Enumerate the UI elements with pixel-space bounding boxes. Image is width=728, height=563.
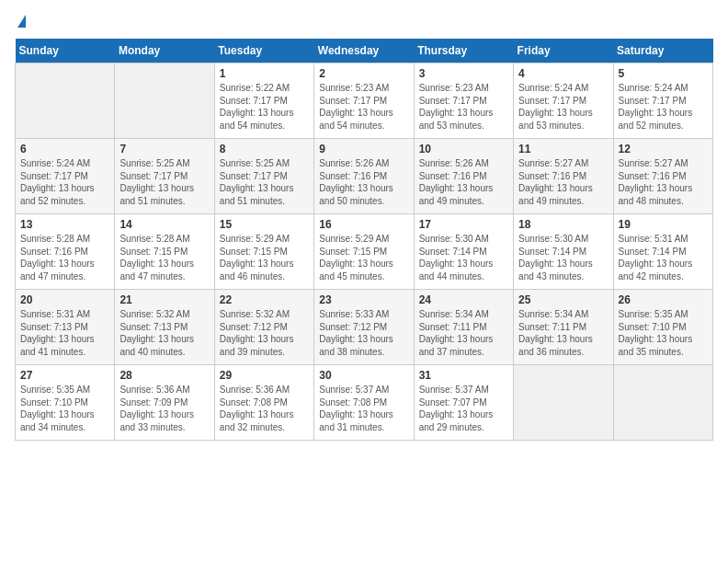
day-number: 9 [319,143,408,155]
day-number: 14 [119,218,209,231]
day-detail: Sunrise: 5:34 AM Sunset: 7:11 PM Dayligh… [518,308,608,358]
day-cell [115,63,214,139]
day-number: 13 [20,218,109,231]
day-detail: Sunrise: 5:29 AM Sunset: 7:15 PM Dayligh… [319,233,408,282]
day-number: 4 [518,67,608,80]
logo [15,15,26,29]
day-cell: 4Sunrise: 5:24 AM Sunset: 7:17 PM Daylig… [514,63,613,139]
day-cell: 1Sunrise: 5:22 AM Sunset: 7:17 PM Daylig… [214,63,313,139]
day-number: 5 [619,67,708,80]
day-number: 25 [518,293,608,306]
day-number: 30 [319,369,408,382]
day-detail: Sunrise: 5:33 AM Sunset: 7:12 PM Dayligh… [319,308,408,358]
day-number: 28 [119,369,209,382]
day-cell [514,365,613,441]
column-header-wednesday: Wednesday [314,39,414,63]
day-number: 6 [20,143,109,155]
day-number: 8 [220,143,309,155]
day-cell: 6Sunrise: 5:24 AM Sunset: 7:17 PM Daylig… [16,139,115,214]
day-detail: Sunrise: 5:32 AM Sunset: 7:13 PM Dayligh… [119,308,209,358]
day-cell: 5Sunrise: 5:24 AM Sunset: 7:17 PM Daylig… [613,63,712,139]
column-header-thursday: Thursday [414,39,513,63]
day-number: 21 [119,293,209,306]
day-number: 29 [220,369,309,382]
day-number: 24 [419,293,508,306]
day-detail: Sunrise: 5:36 AM Sunset: 7:09 PM Dayligh… [119,384,209,433]
day-cell: 29Sunrise: 5:36 AM Sunset: 7:08 PM Dayli… [214,365,313,441]
day-detail: Sunrise: 5:34 AM Sunset: 7:11 PM Dayligh… [419,308,508,358]
day-cell: 30Sunrise: 5:37 AM Sunset: 7:08 PM Dayli… [314,365,414,441]
day-detail: Sunrise: 5:35 AM Sunset: 7:10 PM Dayligh… [20,384,109,433]
day-cell: 17Sunrise: 5:30 AM Sunset: 7:14 PM Dayli… [414,214,513,290]
day-detail: Sunrise: 5:29 AM Sunset: 7:15 PM Dayligh… [220,233,309,282]
day-detail: Sunrise: 5:24 AM Sunset: 7:17 PM Dayligh… [619,82,708,132]
logo-triangle-icon [17,15,26,28]
day-detail: Sunrise: 5:27 AM Sunset: 7:16 PM Dayligh… [518,157,608,207]
day-number: 31 [419,369,508,382]
day-number: 16 [319,218,408,231]
day-cell: 16Sunrise: 5:29 AM Sunset: 7:15 PM Dayli… [314,214,414,290]
day-cell: 21Sunrise: 5:32 AM Sunset: 7:13 PM Dayli… [115,290,214,365]
day-cell: 7Sunrise: 5:25 AM Sunset: 7:17 PM Daylig… [115,139,214,214]
calendar-table: SundayMondayTuesdayWednesdayThursdayFrid… [15,39,713,441]
day-detail: Sunrise: 5:30 AM Sunset: 7:14 PM Dayligh… [518,233,608,282]
day-cell [16,63,115,139]
column-header-friday: Friday [514,39,613,63]
day-detail: Sunrise: 5:22 AM Sunset: 7:17 PM Dayligh… [220,82,309,132]
week-row-2: 6Sunrise: 5:24 AM Sunset: 7:17 PM Daylig… [16,139,713,214]
day-cell: 3Sunrise: 5:23 AM Sunset: 7:17 PM Daylig… [414,63,513,139]
day-cell: 26Sunrise: 5:35 AM Sunset: 7:10 PM Dayli… [613,290,712,365]
day-detail: Sunrise: 5:32 AM Sunset: 7:12 PM Dayligh… [220,308,309,358]
day-detail: Sunrise: 5:25 AM Sunset: 7:17 PM Dayligh… [119,157,209,207]
header-row: SundayMondayTuesdayWednesdayThursdayFrid… [16,39,713,63]
day-cell: 20Sunrise: 5:31 AM Sunset: 7:13 PM Dayli… [16,290,115,365]
day-cell: 2Sunrise: 5:23 AM Sunset: 7:17 PM Daylig… [314,63,414,139]
day-cell: 9Sunrise: 5:26 AM Sunset: 7:16 PM Daylig… [314,139,414,214]
day-cell [613,365,712,441]
day-detail: Sunrise: 5:23 AM Sunset: 7:17 PM Dayligh… [419,82,508,132]
week-row-4: 20Sunrise: 5:31 AM Sunset: 7:13 PM Dayli… [16,290,713,365]
day-detail: Sunrise: 5:30 AM Sunset: 7:14 PM Dayligh… [419,233,508,282]
day-cell: 14Sunrise: 5:28 AM Sunset: 7:15 PM Dayli… [115,214,214,290]
day-number: 18 [518,218,608,231]
day-detail: Sunrise: 5:24 AM Sunset: 7:17 PM Dayligh… [518,82,608,132]
day-number: 22 [220,293,309,306]
day-number: 23 [319,293,408,306]
day-number: 12 [619,143,708,155]
day-detail: Sunrise: 5:25 AM Sunset: 7:17 PM Dayligh… [220,157,309,207]
day-cell: 22Sunrise: 5:32 AM Sunset: 7:12 PM Dayli… [214,290,313,365]
column-header-saturday: Saturday [613,39,712,63]
day-cell: 19Sunrise: 5:31 AM Sunset: 7:14 PM Dayli… [613,214,712,290]
day-cell: 10Sunrise: 5:26 AM Sunset: 7:16 PM Dayli… [414,139,513,214]
day-cell: 25Sunrise: 5:34 AM Sunset: 7:11 PM Dayli… [514,290,613,365]
day-number: 2 [319,67,408,80]
day-cell: 24Sunrise: 5:34 AM Sunset: 7:11 PM Dayli… [414,290,513,365]
day-detail: Sunrise: 5:28 AM Sunset: 7:15 PM Dayligh… [119,233,209,282]
day-cell: 15Sunrise: 5:29 AM Sunset: 7:15 PM Dayli… [214,214,313,290]
column-header-sunday: Sunday [16,39,115,63]
day-cell: 18Sunrise: 5:30 AM Sunset: 7:14 PM Dayli… [514,214,613,290]
day-detail: Sunrise: 5:26 AM Sunset: 7:16 PM Dayligh… [319,157,408,207]
day-detail: Sunrise: 5:31 AM Sunset: 7:14 PM Dayligh… [619,233,708,282]
day-cell: 31Sunrise: 5:37 AM Sunset: 7:07 PM Dayli… [414,365,513,441]
day-number: 7 [119,143,209,155]
week-row-3: 13Sunrise: 5:28 AM Sunset: 7:16 PM Dayli… [16,214,713,290]
day-number: 3 [419,67,508,80]
day-detail: Sunrise: 5:28 AM Sunset: 7:16 PM Dayligh… [20,233,109,282]
day-number: 27 [20,369,109,382]
day-number: 19 [619,218,708,231]
day-detail: Sunrise: 5:26 AM Sunset: 7:16 PM Dayligh… [419,157,508,207]
day-detail: Sunrise: 5:36 AM Sunset: 7:08 PM Dayligh… [220,384,309,433]
day-detail: Sunrise: 5:31 AM Sunset: 7:13 PM Dayligh… [20,308,109,358]
page-header [15,15,713,29]
day-cell: 8Sunrise: 5:25 AM Sunset: 7:17 PM Daylig… [214,139,313,214]
day-detail: Sunrise: 5:37 AM Sunset: 7:08 PM Dayligh… [319,384,408,433]
day-detail: Sunrise: 5:35 AM Sunset: 7:10 PM Dayligh… [619,308,708,358]
day-number: 26 [619,293,708,306]
day-cell: 23Sunrise: 5:33 AM Sunset: 7:12 PM Dayli… [314,290,414,365]
day-number: 20 [20,293,109,306]
day-number: 11 [518,143,608,155]
day-number: 1 [220,67,309,80]
day-number: 15 [220,218,309,231]
week-row-5: 27Sunrise: 5:35 AM Sunset: 7:10 PM Dayli… [16,365,713,441]
